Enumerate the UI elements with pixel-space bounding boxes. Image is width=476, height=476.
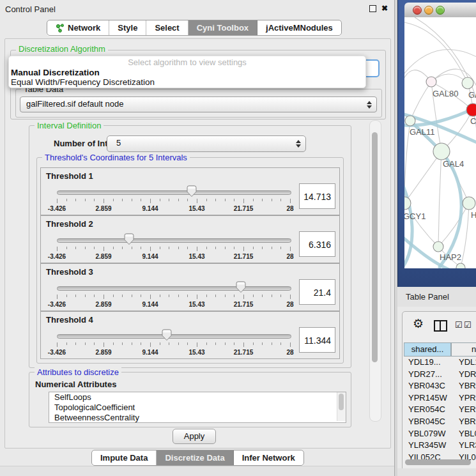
tab-cyni-toolbox[interactable]: Cyni Toolbox [188,20,257,35]
table-cell[interactable]: YDR2 [451,369,476,381]
table-cell[interactable]: YBL0 [451,428,476,440]
network-node-hap2[interactable] [433,242,443,252]
slider-track[interactable] [57,190,291,195]
network-node-h[interactable] [463,197,475,210]
number-of-intervals-combobox[interactable]: 5 [107,135,306,152]
network-node-gal4[interactable] [433,143,450,160]
split-pane-icon[interactable] [434,320,447,332]
tab-jactivemnodules[interactable]: jActiveMNodules [257,20,341,35]
list-scrollbar[interactable] [337,392,346,421]
network-node-gal11[interactable] [405,116,415,126]
slider-track[interactable] [57,286,291,291]
slider-thumb[interactable] [124,233,134,245]
column-header-na[interactable]: na [451,342,476,357]
close-icon[interactable]: ✖ [381,4,390,13]
network-window-titlebar[interactable] [404,3,476,18]
attribute-item-topologicalcoefficient[interactable]: TopologicalCoefficient [49,403,346,413]
table-cell[interactable]: YPR145W [404,392,451,404]
table-cell[interactable]: YBR043C [404,380,451,392]
tab-impute-data[interactable]: Impute Data [92,450,157,465]
slider-tick [215,295,216,297]
network-node-ga[interactable] [462,77,473,89]
threshold-value-input[interactable]: 21.4 [299,279,335,305]
slider-tick [57,199,58,203]
tab-infer-network[interactable]: Infer Network [234,450,303,465]
discretization-algorithm-title: Discretization Algorithm [16,44,108,54]
slider-tick [122,247,123,249]
table-row[interactable]: YBR043CYBR0 [404,380,476,392]
table-row[interactable]: YDL19...YDL1 [404,357,476,369]
threshold-slider: -3.4262.8599.14415.4321.71528 [57,233,290,262]
table-row[interactable]: YLR345WYLR3 [404,440,476,452]
tab-network[interactable]: Network [47,20,109,35]
checkbox-icon[interactable]: ☑ [464,321,472,329]
tab-style[interactable]: Style [109,20,146,35]
checkbox-icon[interactable]: ☑ [455,321,463,329]
tab-discretize-data[interactable]: Discretize Data [157,450,233,465]
slider-track[interactable] [57,334,291,339]
slider-thumb[interactable] [236,281,246,293]
table-cell[interactable]: YDR27... [404,369,451,381]
table-cell[interactable]: YPR1 [451,392,476,404]
panel-scrollbar-thumb[interactable] [372,132,378,362]
table-h-scrollbar-thumb[interactable] [405,459,471,465]
tab-select[interactable]: Select [146,20,188,35]
table-cell[interactable]: YER0 [451,404,476,416]
float-window-icon[interactable] [369,4,378,13]
table-cell[interactable]: YDL1 [451,357,476,369]
gear-icon[interactable]: ⚙ [413,318,424,330]
table-row[interactable]: YBL079WYBL0 [404,428,476,440]
slider-tick [253,295,254,297]
network-node-gal80[interactable] [426,77,436,87]
list-scrollbar-thumb[interactable] [339,394,344,410]
table-h-scrollbar[interactable] [405,459,476,465]
threshold-value-input[interactable]: 14.713 [299,183,335,209]
table-cell[interactable]: YBR0 [451,416,476,428]
minimize-button[interactable] [424,6,433,15]
network-edge-thick [404,177,412,268]
slider-tick-label: -3.426 [48,349,66,356]
table-row[interactable]: YBR045CYBR0 [404,416,476,428]
slider-tick [187,342,188,345]
slider-thumb[interactable] [162,329,172,341]
network-node-label: GA [468,90,476,100]
algorithm-option-manual-discretization[interactable]: Manual Discretization [9,68,365,77]
table-data-combobox[interactable]: galFiltered.sif default node [20,96,377,112]
panel-scrollbar[interactable] [369,120,381,422]
network-graph: GAL80GACGAL11GAL4GCY1HHAP2 [404,17,476,268]
table-cell[interactable]: YBL079W [404,428,451,440]
table-row[interactable]: YER054CYER0 [404,404,476,416]
table-cell[interactable]: YDL19... [404,357,451,369]
table-cell[interactable]: YBR0 [451,380,476,392]
column-header-shared-[interactable]: shared... [404,342,451,357]
slider-tick [66,247,67,249]
slider-tick [160,199,160,201]
table-row[interactable]: YDR27...YDR2 [404,369,476,381]
apply-button[interactable]: Apply [173,429,216,444]
slider-track[interactable] [57,238,291,243]
table-cell[interactable]: YBR045C [404,416,451,428]
network-node-node-partial[interactable] [456,263,465,268]
algorithm-option-equal-width-frequency-discretization[interactable]: Equal Width/Frequency Discretization [9,77,365,87]
slider-tick [150,199,151,203]
attribute-item-betweennesscentrality[interactable]: BetweennessCentrality [49,413,346,423]
table-cell[interactable]: YLR345W [404,440,451,452]
slider-thumb[interactable] [187,185,197,197]
close-button[interactable] [413,6,422,15]
attribute-item-selfloops[interactable]: SelfLoops [49,392,346,403]
slider-tick [160,247,160,249]
slider-tick [57,295,58,299]
zoom-button[interactable] [436,6,445,15]
slider-tick [206,199,207,201]
spinner-icon[interactable] [296,140,300,148]
threshold-value-input[interactable]: 11.344 [299,327,335,353]
spinner-icon[interactable] [367,101,371,109]
slider-tick [234,247,234,249]
table-row[interactable]: YPR145WYPR1 [404,392,476,404]
slider-tick-label: 9.144 [142,253,158,260]
threshold-value-input[interactable]: 6.316 [299,231,335,257]
table-cell[interactable]: YLR3 [451,440,476,452]
network-canvas[interactable]: GAL80GACGAL11GAL4GCY1HHAP2 [404,17,476,268]
table-cell[interactable]: YER054C [404,404,451,416]
network-node-red-node[interactable] [466,104,476,116]
